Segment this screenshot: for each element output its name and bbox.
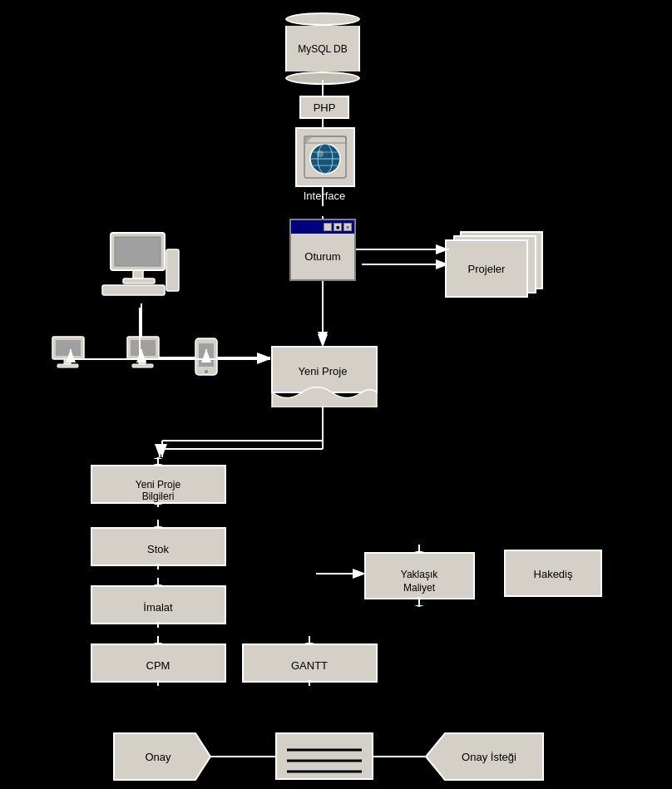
window-btn-3: × [343,223,352,231]
small-computer-1 [46,333,91,382]
svg-rect-28 [123,279,155,284]
imalat-shape: İmalat [90,578,227,628]
mysql-db-node: MySQL DB [285,12,360,85]
onay-istegi-node: Onay İsteği [424,732,545,785]
svg-rect-40 [199,343,214,367]
interface-label: Interface [287,190,362,202]
hakedis-node: Hakediş [503,549,603,602]
svg-rect-33 [64,359,71,364]
cpm-node: CPM [90,636,227,689]
mobile-icon [191,337,223,378]
svg-rect-30 [166,249,179,291]
svg-rect-32 [56,340,81,356]
svg-rect-37 [139,359,146,364]
svg-text:Hakediş: Hakediş [534,568,573,580]
svg-rect-34 [57,364,78,367]
stok-node: Stok [90,520,227,573]
onay-shape: Onay [112,732,212,782]
stok-shape: Stok [90,520,227,570]
yeni-proje-shape: Yeni Proje [270,345,378,407]
interface-icon-box [295,127,355,187]
svg-text:Yeni Proje: Yeni Proje [136,479,181,491]
window-titlebar: ■ × [291,220,354,234]
gantt-shape: GANTT [241,636,378,686]
svg-marker-91 [414,605,424,607]
window-content: Oturum [291,234,354,279]
svg-point-41 [205,370,208,373]
svg-marker-45 [153,457,163,459]
mysql-label: MySQL DB [298,43,348,55]
svg-text:Yaklaşık: Yaklaşık [401,569,438,580]
cylinder-bottom [285,72,360,85]
hakedis-shape: Hakediş [503,549,603,599]
svg-text:Onay: Onay [145,751,171,763]
small-computer-2 [121,333,166,382]
cpm-shape: CPM [90,636,227,686]
projeler-page-front: Projeler [445,239,528,298]
yeni-proje-bilgileri-node: Yeni Proje Bilgileri [90,457,227,510]
svg-text:Bilgileri: Bilgileri [142,491,175,502]
window-btn-1 [324,223,332,231]
cylinder-top [285,12,360,26]
svg-rect-36 [131,340,156,356]
imalat-node: İmalat [90,578,227,631]
svg-rect-38 [132,364,153,367]
cylinder-body: MySQL DB [285,26,360,72]
small-computer-2-icon [121,333,166,378]
mobile-device [191,337,223,382]
svg-rect-29 [102,285,165,295]
php-node: PHP [299,96,349,119]
svg-text:Stok: Stok [147,543,170,555]
server-computer-icon [98,224,181,308]
svg-rect-26 [115,237,161,266]
globe-icon [300,132,350,182]
svg-point-22 [317,150,324,157]
server-computer [98,224,181,311]
yaklasik-maliyet-shape: Yaklaşık Maliyet [363,545,476,607]
php-label: PHP [314,101,336,114]
yeni-proje-bilgileri-shape: Yeni Proje Bilgileri [90,457,227,507]
onay-node: Onay [112,732,212,785]
small-computer-1-icon [46,333,91,378]
onay-istegi-shape: Onay İsteği [424,732,545,782]
middle-box [274,732,374,785]
svg-text:Onay İsteği: Onay İsteği [462,751,516,763]
oturum-label: Oturum [304,250,340,263]
yaklasik-maliyet-node: Yaklaşık Maliyet [363,545,476,610]
svg-text:CPM: CPM [146,659,170,672]
window-btn-2: ■ [334,223,342,231]
diagram-container: MySQL DB PHP Interface [0,0,672,789]
svg-rect-27 [133,270,143,279]
svg-text:İmalat: İmalat [143,601,173,614]
gantt-node: GANTT [241,636,378,689]
projeler-label: Projeler [468,263,506,275]
svg-text:Yeni Proje: Yeni Proje [299,365,348,377]
middle-box-shape [274,732,374,782]
oturum-node: ■ × Oturum [289,219,356,281]
projeler-node: Projeler [445,231,557,298]
svg-text:Maliyet: Maliyet [403,582,436,594]
yeni-proje-node: Yeni Proje [270,345,378,411]
svg-text:GANTT: GANTT [291,659,328,672]
